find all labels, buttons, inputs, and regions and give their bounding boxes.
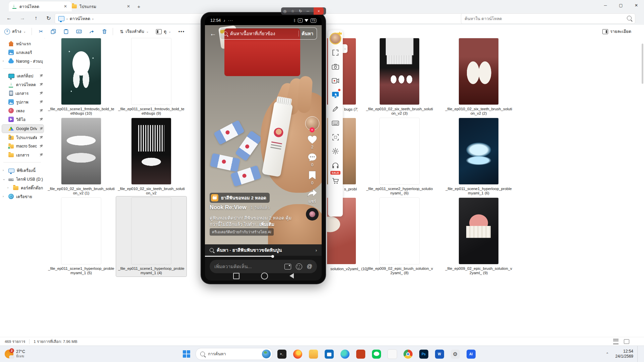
record-icon[interactable]: ◎: [283, 9, 287, 13]
recents-button[interactable]: [233, 273, 239, 279]
chevron-right-icon[interactable]: ›: [3, 195, 6, 198]
audio-headset-button[interactable]: [329, 158, 341, 172]
sidebar-item-music[interactable]: เพลง: [2, 107, 44, 115]
forward-button[interactable]: →: [17, 13, 28, 23]
cut-button[interactable]: ✂: [36, 26, 46, 37]
weather-widget[interactable]: 2 27°C มีเมฆ: [3, 347, 27, 361]
bookmark-icon[interactable]: [308, 171, 316, 180]
close-button[interactable]: ✕: [629, 0, 644, 11]
file-item[interactable]: _file_ep011_scene2_hyperloop_solutionyam…: [364, 118, 435, 195]
stylus-pen-button[interactable]: [329, 102, 341, 116]
chevron-right-icon[interactable]: ›: [3, 59, 6, 63]
taskbar-app-powerpoint[interactable]: [354, 347, 367, 361]
tab-close-icon[interactable]: ✕: [125, 3, 131, 9]
tab-downloads[interactable]: ดาวน์โหลด ✕: [9, 1, 72, 11]
back-arrow-icon[interactable]: ←: [210, 30, 216, 38]
copy-button[interactable]: [48, 26, 59, 37]
up-button[interactable]: ↑: [31, 13, 41, 23]
sidebar-item-this-pc[interactable]: ›พีซีเครื่องนี้: [2, 166, 44, 174]
file-item[interactable]: _file_ep010_02_six_teeth_brush_solution_…: [46, 118, 116, 195]
panel-collapse-handle[interactable]: ‹: [343, 44, 347, 53]
delete-button[interactable]: [99, 26, 110, 37]
creator-avatar[interactable]: [305, 116, 319, 130]
refresh-button[interactable]: ↻: [44, 13, 54, 23]
chevron-right-icon[interactable]: ›: [3, 169, 6, 172]
taskbar-app-store[interactable]: [322, 347, 336, 361]
maximize-button[interactable]: ▢: [613, 0, 629, 11]
sidebar-item-usb-drive[interactable]: ⌄ไดรฟ์ USB (D:): [2, 175, 44, 183]
emoji-icon[interactable]: [296, 263, 302, 270]
sidebar-item-downloads[interactable]: ↓ดาวน์โหลด: [2, 80, 44, 88]
start-button[interactable]: [180, 347, 193, 361]
thumbnail-view-icon[interactable]: [624, 339, 629, 344]
screen-record-button[interactable]: [329, 74, 341, 88]
share-button[interactable]: [86, 26, 98, 37]
back-button[interactable]: [289, 273, 294, 279]
sidebar-item-editor-folder[interactable]: โปรแกรมตัดต่อ: [2, 133, 44, 141]
view-button[interactable]: ดู ⌄: [153, 26, 174, 37]
more-options-button[interactable]: •••: [175, 26, 188, 37]
chevron-down-icon[interactable]: ⌄: [3, 177, 6, 181]
taskbar-app-capcut[interactable]: [385, 347, 399, 361]
progress-handle[interactable]: [271, 255, 274, 258]
minimize-icon[interactable]: ─: [307, 9, 309, 13]
screen-mirror-button-active[interactable]: [329, 88, 341, 102]
sidebar-item-documents-folder[interactable]: เอกสาร: [2, 151, 44, 159]
sidebar-item-desktop[interactable]: เดสก์ท็อป: [2, 72, 44, 80]
sidebar-item-home[interactable]: หน้าแรก: [2, 40, 44, 48]
video-username[interactable]: Nook Re:View · 1 วันที่แล้ว: [210, 204, 270, 211]
phone-search-input[interactable]: ค้นหาเนื้อหาที่เกี่ยวข้อง ค้นหา: [220, 27, 317, 40]
explorer-search-input[interactable]: ค้นหาใน ดาวน์โหลด: [461, 13, 635, 24]
file-item[interactable]: _file_ep009_02_epic_brush_solution_v2yam…: [443, 198, 514, 275]
taskbar-app-ai[interactable]: AI: [464, 347, 478, 361]
file-item[interactable]: _file_ep010_02_six_teeth_brush_solution_…: [443, 38, 514, 116]
comment-icon[interactable]: [308, 153, 317, 162]
list-view-icon[interactable]: [613, 339, 619, 344]
taskbar-search[interactable]: การค้นหา: [196, 348, 273, 360]
taskbar-app-terminal[interactable]: >_: [275, 347, 288, 361]
rename-button[interactable]: A: [73, 26, 85, 37]
search-icon[interactable]: [627, 16, 632, 21]
sidebar-item-gallery[interactable]: แกลเลอรี: [2, 48, 44, 56]
home-button[interactable]: [261, 273, 268, 280]
sidebar-item-tiktok-course-folder[interactable]: ›คอร์สติ๊กต๊อก2026: [7, 184, 44, 192]
account-avatar[interactable]: [329, 32, 341, 46]
new-tab-button[interactable]: +: [135, 3, 143, 10]
new-button[interactable]: + สร้าง ⌄: [1, 26, 29, 37]
region-select-button[interactable]: [329, 130, 341, 144]
photo-icon[interactable]: [284, 264, 291, 269]
taskbar-app-settings[interactable]: ⚙: [448, 347, 462, 361]
close-icon[interactable]: ×: [314, 7, 324, 15]
taskbar-app-word[interactable]: W: [433, 347, 446, 361]
hidden-icons-chevron[interactable]: ⌃: [603, 352, 611, 356]
vertical-scrollbar[interactable]: [642, 44, 643, 84]
taskbar-app-chrome[interactable]: [401, 347, 415, 361]
video-player[interactable]: [205, 25, 322, 244]
sidebar-item-pictures[interactable]: รูปภาพ: [2, 98, 44, 106]
file-item[interactable]: _file_ep011_scene1_frmtovdo_bold_teethbu…: [116, 38, 186, 116]
see-more-button[interactable]: เพิ่มเติม: [259, 222, 274, 227]
file-item[interactable]: _file_ep011_scene1_hyperloop_problemyaml…: [443, 118, 514, 195]
search-highlight-globe-icon[interactable]: [262, 350, 271, 358]
settings-gear-button[interactable]: [329, 144, 341, 158]
minimize-button[interactable]: ─: [598, 0, 613, 11]
chevron-right-icon[interactable]: ›: [7, 186, 11, 189]
file-item[interactable]: _file_ep010_02_six_teeth_brush_solution_…: [364, 38, 435, 116]
keyboard-button[interactable]: [329, 116, 341, 130]
sidebar-item-macro-5sec[interactable]: macro 5sec: [2, 142, 44, 150]
taskbar-app-file-explorer[interactable]: [307, 347, 320, 361]
phone-search-button[interactable]: ค้นหา: [302, 30, 313, 37]
sidebar-item-google-drive[interactable]: Google Drive (G:): [2, 125, 44, 133]
show-desktop-button[interactable]: [637, 346, 639, 362]
breadcrumb-folder[interactable]: ดาวน์โหลด: [70, 15, 90, 22]
product-badge[interactable]: ยาสีฟันขอหอม 2 หลอด: [210, 193, 270, 203]
screenshot-camera-button[interactable]: [329, 60, 341, 74]
sound-disc[interactable]: [306, 208, 319, 221]
tab-programs[interactable]: โปรแกรม ✕: [68, 1, 135, 11]
mention-icon[interactable]: @: [307, 263, 312, 269]
taskbar-app-edge[interactable]: [338, 347, 352, 361]
shop-cart-button[interactable]: SALE: [329, 174, 341, 188]
sidebar-item-documents[interactable]: เอกสาร: [2, 89, 44, 97]
file-item-selected[interactable]: _file_ep011_scene1_hyperloop_problemyaml…: [116, 196, 186, 277]
back-button[interactable]: ←: [4, 13, 14, 23]
